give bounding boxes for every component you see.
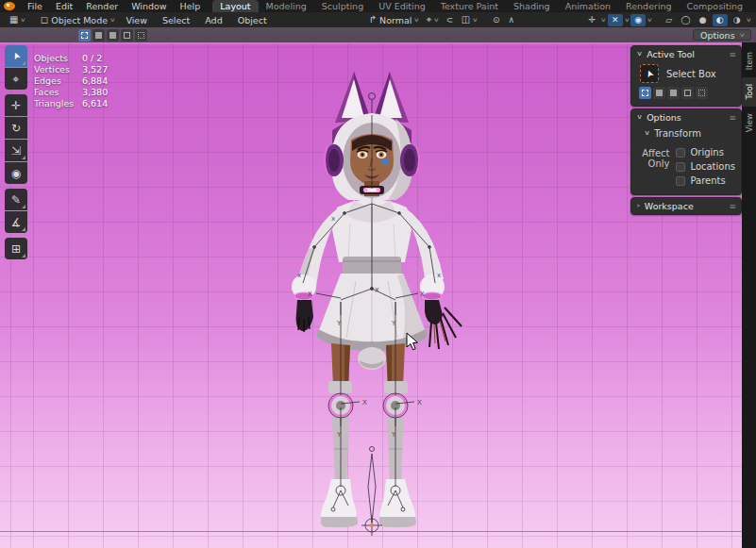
falloff-dropdown[interactable]: ∧	[504, 14, 519, 26]
orientation-label: Normal	[379, 15, 412, 25]
workspace-tab-layout[interactable]: Layout	[212, 0, 258, 12]
wireframe-icon: ◯	[681, 15, 691, 25]
stat-value: 6,884	[82, 75, 108, 86]
workspace-panel-header[interactable]: › Workspace ≡	[631, 198, 741, 214]
drag-handle-icon[interactable]: ≡	[729, 113, 735, 123]
menu-view[interactable]: View	[118, 15, 155, 25]
select-mode-subtract-button[interactable]	[667, 87, 680, 99]
chevron-down-icon: ∨	[636, 114, 643, 121]
tool-rotate[interactable]: ↻	[5, 117, 27, 139]
drag-handle-icon[interactable]: ≡	[729, 50, 735, 59]
xray-icon: ▱	[665, 15, 672, 25]
tool-move[interactable]: ✛	[5, 94, 27, 116]
checkbox-origins[interactable]	[676, 148, 685, 158]
stat-label: Triangles	[34, 98, 78, 108]
transform-icon: ◉	[11, 167, 21, 180]
menu-file[interactable]: File	[21, 1, 49, 11]
select-mode-extend-button[interactable]	[92, 29, 105, 42]
select-mode-subtract-button[interactable]	[107, 29, 119, 42]
stat-value: 6,614	[82, 98, 108, 108]
proportional-edit-toggle[interactable]: ⊙	[489, 14, 504, 26]
orbit-sphere-icon: ◉	[634, 15, 642, 25]
topbar: File Edit Render Window Help Layout Mode…	[0, 0, 756, 12]
tab-label: View	[745, 113, 754, 132]
menu-object[interactable]: Object	[230, 15, 275, 25]
workspace-tab-animation[interactable]: Animation	[558, 0, 618, 12]
checkbox-row-parents[interactable]: Parents	[676, 175, 735, 186]
select-mode-invert-button[interactable]	[121, 29, 133, 42]
workspace-tab-sculpting[interactable]: Sculpting	[314, 0, 371, 12]
sidebar-tab-tool[interactable]: Tool	[742, 77, 756, 107]
tool-measure[interactable]: ∡	[5, 211, 27, 233]
workspace-tab-rendering[interactable]: Rendering	[618, 0, 680, 12]
select-mode-intersect-button[interactable]	[135, 29, 147, 42]
select-mode-invert-button[interactable]	[681, 87, 694, 99]
shading-rendered-button[interactable]: ◑	[730, 14, 745, 26]
checkbox-locations[interactable]	[676, 162, 685, 172]
checkbox-row-locations[interactable]: Locations	[676, 161, 735, 172]
menu-add[interactable]: Add	[197, 15, 229, 25]
affect-only-group: Affect Only Origins Locations Parents	[631, 141, 741, 194]
select-mode-extend-button[interactable]	[653, 87, 665, 99]
tool-select-box[interactable]: ➤	[5, 45, 27, 67]
sidebar-tab-strip: Item Tool View	[742, 42, 756, 548]
transform-orientation-dropdown[interactable]: ↱ Normal ∨	[365, 13, 423, 26]
select-mode-intersect-button[interactable]	[696, 87, 708, 99]
workspace-tab-modeling[interactable]: Modeling	[259, 0, 314, 12]
tool-cursor[interactable]: ⌖	[5, 68, 27, 90]
chevron-down-icon: ∨	[600, 17, 607, 23]
sidebar-tab-view[interactable]: View	[742, 108, 756, 138]
menu-edit[interactable]: Edit	[49, 1, 79, 11]
pivot-point-dropdown[interactable]: ⌖ ∨	[423, 13, 443, 26]
xray-toggle[interactable]: ▱	[662, 14, 677, 26]
active-tool-row: ➤ Select Box	[631, 62, 741, 86]
tool-annotate[interactable]: ✎	[5, 189, 27, 210]
select-box-icon: ➤	[643, 68, 655, 79]
select-box-tool-button[interactable]: ➤	[640, 64, 659, 83]
options-panel-header[interactable]: ∨ Options ≡	[631, 109, 741, 125]
active-tool-panel-header[interactable]: ∨ Active Tool ≡	[631, 46, 741, 62]
affect-only-checkboxes: Origins Locations Parents	[676, 147, 735, 186]
menu-help[interactable]: Help	[174, 1, 208, 11]
tab-label: Item	[745, 52, 754, 70]
tool-add-cube[interactable]: ⊞	[5, 238, 27, 259]
workspace-tab-compositing[interactable]: Compositing	[680, 0, 751, 12]
show-overlays-toggle[interactable]: ✕	[608, 14, 623, 26]
stat-value: 0 / 2	[82, 53, 108, 63]
viewport-3d[interactable]: Objects0 / 2 Vertices3,527 Edges6,884 Fa…	[0, 42, 756, 548]
workspace-tab-geometry-nodes[interactable]: Geometry Nodes	[750, 0, 756, 12]
orbit-gizmo-toggle[interactable]: ◉	[630, 14, 646, 26]
shading-solid-button[interactable]: ●	[696, 14, 711, 26]
tool-transform[interactable]: ◉	[5, 162, 27, 184]
scale-icon: ⇲	[11, 144, 21, 158]
drag-handle-icon[interactable]: ≡	[729, 202, 735, 211]
blender-logo-icon[interactable]	[4, 2, 15, 10]
solid-sphere-icon: ●	[699, 15, 707, 25]
shading-wireframe-button[interactable]: ◯	[679, 14, 694, 26]
mode-dropdown[interactable]: ◻ Object Mode ∨	[37, 13, 119, 26]
proportional-edit-icon: ⊙	[493, 15, 500, 25]
workspace-tab-texture-paint[interactable]: Texture Paint	[433, 0, 506, 12]
chevron-down-icon: ∨	[647, 17, 653, 23]
shading-material-button[interactable]: ◐	[713, 14, 728, 26]
snap-settings-dropdown[interactable]: ◫ ∨	[458, 13, 481, 26]
panel-title: Workspace	[645, 201, 694, 211]
transform-subpanel-header[interactable]: ∨ Transform	[631, 125, 741, 141]
svg-text:x: x	[297, 272, 301, 279]
editor-type-dropdown[interactable]: ▦ ∨	[6, 13, 29, 26]
checkbox-parents[interactable]	[676, 176, 685, 186]
show-gizmo-toggle[interactable]: ✛	[584, 14, 599, 26]
select-mode-set-button[interactable]	[639, 87, 651, 99]
checkbox-row-origins[interactable]: Origins	[676, 147, 735, 158]
select-mode-set-button[interactable]	[78, 29, 91, 42]
sidebar-tab-item[interactable]: Item	[742, 46, 756, 75]
workspace-tab-shading[interactable]: Shading	[506, 0, 558, 12]
tool-scale[interactable]: ⇲	[5, 140, 27, 161]
menu-render[interactable]: Render	[79, 1, 125, 11]
snap-toggle[interactable]: ∪	[443, 14, 458, 26]
menu-select[interactable]: Select	[155, 15, 197, 25]
options-dropdown[interactable]: Options ∨	[693, 29, 751, 41]
character-model[interactable]: xxx XXX YY XX YY	[278, 64, 477, 536]
workspace-tab-uv-editing[interactable]: UV Editing	[371, 0, 433, 12]
menu-window[interactable]: Window	[125, 1, 173, 11]
